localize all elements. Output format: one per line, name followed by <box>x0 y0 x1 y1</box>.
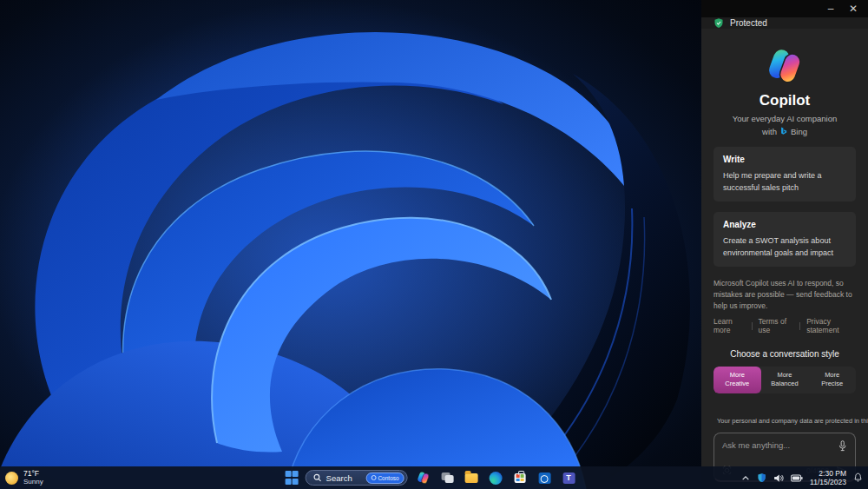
taskbar-app-edge[interactable] <box>487 469 505 487</box>
weather-condition: Sunny <box>23 478 43 486</box>
data-protection-note: Your personal and company data are prote… <box>713 417 856 426</box>
copilot-sidebar: – ✕ Protected Copilot Your everyday AI c… <box>701 0 868 466</box>
style-more-balanced[interactable]: MoreBalanced <box>761 367 809 393</box>
copilot-logo <box>713 46 856 86</box>
teams-icon: T <box>562 472 575 484</box>
taskbar-center: Search Contoso <box>285 466 578 489</box>
sun-icon <box>5 472 18 485</box>
notification-bell-icon[interactable] <box>853 472 863 483</box>
ai-disclaimer: Microsoft Copilot uses AI to respond, so… <box>713 278 856 311</box>
link-divider <box>752 322 753 330</box>
conversation-style-heading: Choose a conversation style <box>713 349 856 359</box>
taskbar: 71°F Sunny Search Contoso <box>0 466 868 489</box>
protected-badge: Protected <box>701 17 868 29</box>
system-tray: 2:30 PM 11/15/2023 <box>741 466 863 489</box>
taskbar-search[interactable]: Search Contoso <box>306 470 408 486</box>
tray-time: 2:30 PM <box>819 469 846 478</box>
sidebar-titlebar: – ✕ <box>701 0 868 17</box>
outlook-icon <box>538 472 550 484</box>
chat-input-placeholder: Ask me anything... <box>722 440 790 450</box>
with-bing-line: with Bing <box>713 127 856 136</box>
link-divider <box>799 322 800 330</box>
contoso-badge[interactable]: Contoso <box>365 472 404 484</box>
start-button[interactable] <box>285 471 299 486</box>
taskbar-app-store[interactable] <box>511 469 529 487</box>
protected-label: Protected <box>730 18 767 28</box>
contoso-icon <box>371 475 376 480</box>
tray-clock[interactable]: 2:30 PM 11/15/2023 <box>810 469 846 486</box>
speaker-icon[interactable] <box>773 473 784 483</box>
copilot-subtitle: Your everyday AI companion <box>713 114 856 123</box>
tray-date: 11/15/2023 <box>810 478 846 486</box>
desktop-wallpaper <box>0 0 701 489</box>
search-icon <box>313 473 322 482</box>
privacy-statement-link[interactable]: Privacy statement <box>806 317 856 334</box>
conversation-style-toggle: MoreCreative MoreBalanced MorePrecise <box>713 367 856 393</box>
edge-icon <box>490 472 503 485</box>
weather-widget[interactable]: 71°F Sunny <box>5 466 43 489</box>
suggestion-card-write[interactable]: Write Help me prepare and write a succes… <box>713 147 856 202</box>
learn-more-link[interactable]: Learn more <box>713 317 746 334</box>
bing-label: Bing <box>791 127 807 136</box>
style-more-creative[interactable]: MoreCreative <box>713 367 761 393</box>
store-icon <box>515 473 526 483</box>
taskbar-app-task-view[interactable] <box>438 469 457 487</box>
bing-icon <box>779 127 788 136</box>
minimize-button[interactable]: – <box>821 0 840 17</box>
taskbar-app-teams[interactable]: T <box>560 469 578 487</box>
suggestion-card-analyze[interactable]: Analyze Create a SWOT analysis about env… <box>713 212 856 267</box>
battery-icon[interactable] <box>791 474 803 482</box>
folder-icon <box>465 473 478 483</box>
task-view-icon <box>441 472 453 483</box>
security-shield-icon[interactable] <box>757 472 766 483</box>
card-title: Analyze <box>723 220 846 229</box>
mic-button[interactable] <box>838 440 847 452</box>
terms-of-use-link[interactable]: Terms of use <box>758 317 793 334</box>
weather-temp: 71°F <box>23 470 43 479</box>
footer-links: Learn more Terms of use Privacy statemen… <box>713 317 856 334</box>
tray-chevron-up[interactable] <box>741 475 750 481</box>
data-protection-text: Your personal and company data are prote… <box>717 417 868 425</box>
card-text: Help me prepare and write a successful s… <box>723 170 846 194</box>
sidebar-body: Copilot Your everyday AI companion with … <box>701 29 868 482</box>
with-label: with <box>762 127 777 136</box>
taskbar-app-outlook[interactable] <box>536 469 554 487</box>
copilot-title: Copilot <box>713 92 856 109</box>
close-button[interactable]: ✕ <box>844 0 863 17</box>
taskbar-app-copilot[interactable] <box>414 469 432 487</box>
card-title: Write <box>723 155 846 164</box>
screen: – ✕ Protected Copilot Your everyday AI c… <box>0 0 868 489</box>
style-more-precise[interactable]: MorePrecise <box>808 367 856 393</box>
card-text: Create a SWOT analysis about environment… <box>723 235 846 259</box>
protected-shield-icon <box>713 17 724 29</box>
search-label: Search <box>326 473 362 483</box>
taskbar-app-file-explorer[interactable] <box>463 469 481 487</box>
